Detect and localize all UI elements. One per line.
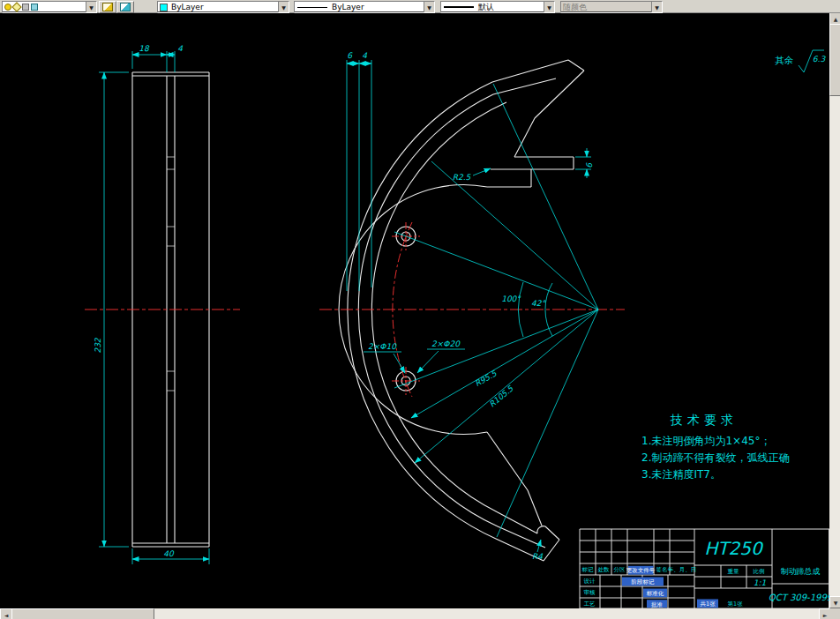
tb-label-scale: 比例 [754,568,765,575]
tb-label-std: 标准化 [646,590,664,597]
tb-label-design: 设计 [584,578,596,585]
side-view-geometry [85,72,240,547]
properties-toolbar: ▼ ByLayer ▼ ByLayer ▼ 默认 ▼ 随颜色 ▼ [0,0,840,13]
layer-properties-button[interactable] [99,1,116,13]
horizontal-scrollbar[interactable]: ◄ ► [0,608,840,619]
layer-combo-dropdown-icon[interactable]: ▼ [86,2,96,12]
dim-top-6: 6 [347,51,353,60]
tech-requirements-title: 技术要求 [671,413,738,429]
color-control-combo[interactable]: ByLayer ▼ [157,1,289,13]
layer-states-icon [120,3,131,11]
surface-note-prefix: 其余 [775,55,794,65]
linetype-sample-icon [297,7,327,8]
color-combo-label: ByLayer [169,3,278,11]
layer-on-icon [4,4,11,11]
plotstyle-combo-label: 随颜色 [561,2,651,13]
cad-application-window: { "toolbar": { "color_label": "ByLayer",… [0,0,840,619]
tb-label-zone: 分区 [614,566,626,573]
layer-control-combo[interactable]: ▼ [2,1,97,13]
scroll-left-icon[interactable]: ◄ [0,608,12,619]
tb-label-qty: 处数 [598,566,611,573]
dim-40: 40 [163,549,175,558]
dim-r4: R4 [532,552,543,561]
color-combo-dropdown-icon[interactable]: ▼ [278,2,289,12]
lineweight-control-combo[interactable]: 默认 ▼ [440,1,555,13]
dim-top-4: 4 [362,51,367,60]
surface-roughness-note: 其余 6.3 [775,50,826,72]
tb-part-title: 制动蹄总成 [781,567,821,576]
tb-label-mark: 标记 [581,566,595,573]
title-block: 标记 处数 分区 更改文件号 签名 年、月、日 设计 审核 工艺 阶段标记 标准… [580,529,834,608]
dim-18: 18 [139,44,150,53]
tb-label-weight: 重量 [728,568,740,575]
front-view-dimensions: 100° 42° R95.5 R105.5 2×Φ10 2×Φ20 R2.5 R… [347,51,598,561]
dim-4: 4 [177,44,183,53]
tech-requirement-2: 2.制动蹄不得有裂纹，弧线正确 [641,451,789,466]
dim-r95-5: R95.5 [474,369,499,388]
front-view-geometry [319,60,625,561]
plotstyle-control-combo: 随颜色 ▼ [560,1,663,13]
dim-holes-phi20: 2×Φ20 [431,339,461,348]
lineweight-combo-label: 默认 [476,2,544,13]
tb-standard: QCT 309-1999 [769,593,834,602]
dim-angle-42: 42° [531,299,546,308]
layer-color-icon [31,4,38,11]
tb-label-change-no: 更改文件号 [626,567,656,574]
model-space-canvas[interactable]: 18 4 232 40 [0,0,840,619]
tb-label-approve: 批准 [651,601,664,608]
tb-material: HT250 [704,538,764,559]
linetype-control-combo[interactable]: ByLayer ▼ [294,1,435,13]
tb-label-sign: 签名 [656,566,668,573]
linetype-combo-label: ByLayer [330,3,424,11]
tech-requirement-3: 3.未注精度IT7。 [641,467,721,482]
plotstyle-combo-dropdown-icon: ▼ [651,2,662,12]
lineweight-sample-icon [444,6,474,8]
layer-states-button[interactable] [116,1,134,13]
linetype-combo-dropdown-icon[interactable]: ▼ [424,2,434,12]
tech-requirement-1: 1.未注明倒角均为1×45°； [641,434,770,449]
tb-sheets: 共1张 [700,600,716,608]
scroll-down-icon[interactable]: ▼ [829,596,840,608]
dim-r2-5: R2.5 [453,173,472,182]
dim-r105-5: R105.5 [488,384,516,409]
dim-holes-phi10: 2×Φ10 [368,342,397,351]
tb-label-check: 审核 [584,589,596,596]
vertical-scrollbar[interactable]: ▲ ▼ [829,12,840,608]
dim-slot-6: 6 [585,162,594,168]
tb-sheet-no: 第1张 [727,600,743,608]
tb-label-stage: 阶段标记 [632,578,656,585]
horizontal-scroll-thumb[interactable] [11,608,154,619]
vertical-scroll-thumb[interactable] [829,24,840,96]
tb-label-craft: 工艺 [584,600,596,608]
layer-lock-icon [22,4,29,11]
scrollbar-corner [829,608,840,619]
dim-angle-100: 100° [501,295,521,303]
surface-note-value: 6.3 [813,55,827,63]
layers-icon [102,3,113,11]
dim-232: 232 [94,337,102,353]
side-view-dimensions: 18 4 232 40 [94,44,209,564]
color-swatch [160,4,168,11]
tb-scale-value: 1:1 [754,578,767,587]
lineweight-combo-dropdown-icon[interactable]: ▼ [544,2,554,12]
tb-label-date: 年、月、日 [668,566,697,573]
scroll-up-icon[interactable]: ▲ [829,12,840,25]
layer-freeze-icon [11,2,21,11]
